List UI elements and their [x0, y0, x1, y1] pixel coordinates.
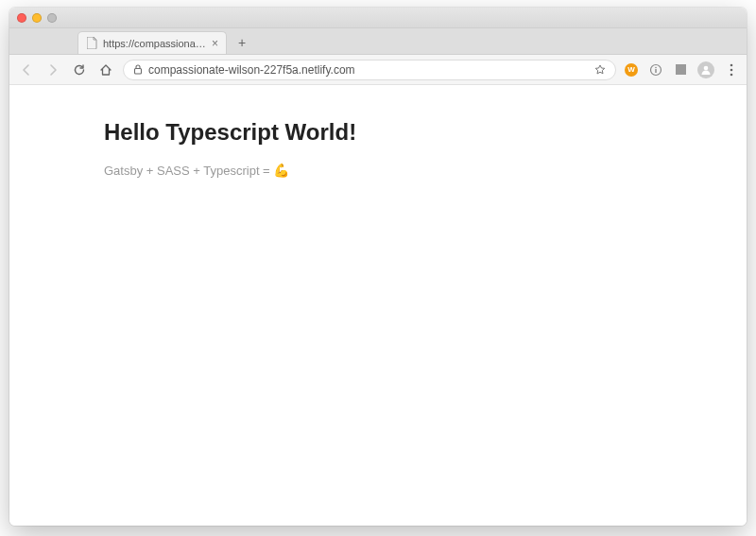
- svg-rect-0: [135, 69, 142, 75]
- page-content: Hello Typescript World! Gatsby + SASS + …: [9, 85, 747, 526]
- bookmark-star-icon[interactable]: [594, 64, 606, 76]
- lock-icon: [133, 64, 143, 75]
- reload-button[interactable]: [70, 61, 89, 79]
- chrome-menu-button[interactable]: [724, 62, 739, 78]
- svg-point-6: [730, 63, 733, 66]
- flex-arm-emoji: 💪: [273, 163, 289, 178]
- browser-window: https://compassionate-wilson × + compass…: [9, 8, 747, 526]
- svg-rect-4: [676, 64, 686, 75]
- window-controls: [17, 13, 57, 23]
- tab-title: https://compassionate-wilson: [103, 38, 206, 49]
- svg-rect-3: [655, 69, 656, 73]
- svg-point-8: [730, 73, 733, 76]
- close-window-button[interactable]: [17, 13, 26, 23]
- page-heading: Hello Typescript World!: [104, 119, 747, 146]
- new-tab-button[interactable]: +: [232, 33, 251, 52]
- home-button[interactable]: [96, 61, 115, 79]
- svg-point-2: [655, 66, 657, 68]
- svg-point-7: [730, 68, 733, 71]
- svg-point-5: [704, 65, 709, 70]
- info-icon[interactable]: [648, 62, 663, 78]
- browser-tab[interactable]: https://compassionate-wilson ×: [77, 31, 227, 54]
- url-text: compassionate-wilson-227f5a.netlify.com: [148, 63, 589, 77]
- minimize-window-button[interactable]: [32, 13, 42, 23]
- back-button[interactable]: [17, 61, 36, 79]
- browser-toolbar: compassionate-wilson-227f5a.netlify.com …: [9, 55, 747, 85]
- page-favicon-icon: [86, 37, 97, 50]
- maximize-window-button[interactable]: [47, 13, 57, 23]
- address-bar[interactable]: compassionate-wilson-227f5a.netlify.com: [123, 60, 616, 80]
- extension-icon[interactable]: W: [624, 62, 639, 78]
- page-tagline: Gatsby + SASS + Typescript = 💪: [104, 163, 747, 178]
- tab-close-icon[interactable]: ×: [212, 38, 218, 49]
- extension-badge: W: [625, 63, 638, 77]
- profile-avatar[interactable]: [697, 61, 714, 78]
- toolbar-right: W: [624, 61, 739, 78]
- tab-strip: https://compassionate-wilson × +: [9, 28, 747, 55]
- apps-icon[interactable]: [673, 62, 688, 78]
- forward-button[interactable]: [43, 61, 62, 79]
- tagline-text: Gatsby + SASS + Typescript =: [104, 164, 273, 178]
- window-titlebar: [9, 8, 747, 28]
